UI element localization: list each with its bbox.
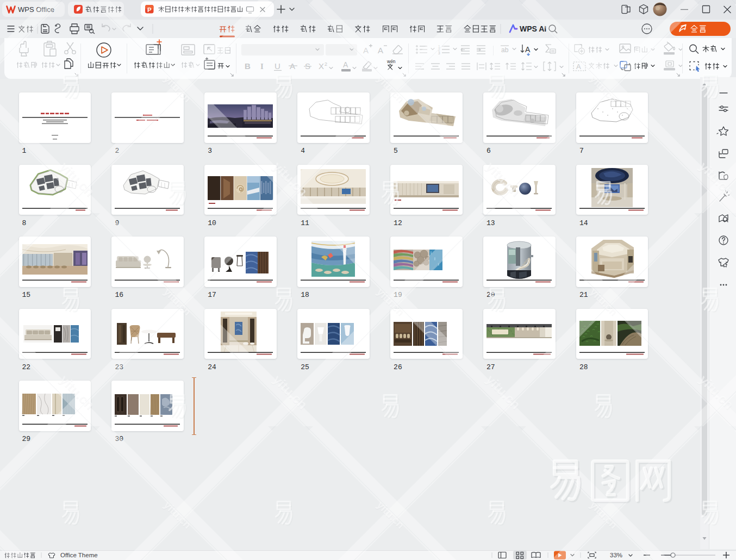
svg-text:WPS Office: WPS Office [18, 5, 54, 14]
svg-text:Office Theme: Office Theme [60, 552, 98, 558]
svg-text:U: U [275, 61, 280, 71]
svg-text:I: I [260, 62, 264, 71]
svg-text:A: A [363, 46, 369, 55]
svg-text:2: 2 [325, 61, 327, 67]
svg-text:A: A [343, 60, 348, 69]
svg-text:A: A [525, 45, 531, 54]
svg-text:B: B [245, 61, 251, 71]
svg-text:A: A [576, 63, 581, 71]
svg-text:ab: ab [501, 46, 509, 54]
svg-text:wén: wén [386, 59, 396, 64]
svg-text:WPS AI: WPS AI [520, 24, 546, 33]
svg-text:P: P [147, 7, 152, 13]
svg-text:33%: 33% [610, 552, 622, 558]
svg-text:X: X [319, 61, 324, 71]
svg-text:3: 3 [438, 51, 440, 55]
svg-text:A: A [378, 46, 383, 55]
